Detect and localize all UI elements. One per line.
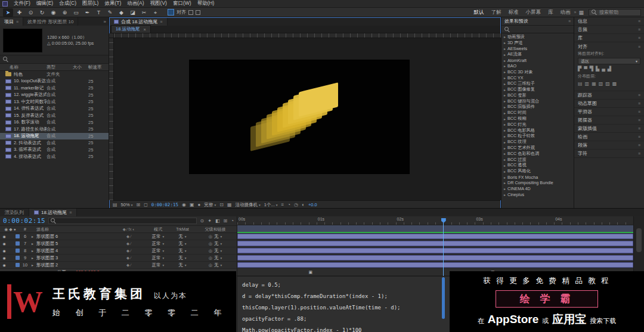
layer-switches[interactable]: ◆ ∕ bbox=[113, 241, 145, 246]
layer-duration-bar[interactable] bbox=[237, 241, 633, 246]
twirl-icon[interactable]: ▸ bbox=[30, 249, 35, 253]
menu-item[interactable]: 动画(A) bbox=[124, 0, 147, 7]
comp-viewer[interactable] bbox=[109, 33, 501, 200]
layer-duration-bar[interactable] bbox=[237, 262, 633, 268]
panel-tab[interactable]: 段落≡ bbox=[574, 141, 644, 150]
align-button-icon[interactable]: ▙ bbox=[596, 66, 599, 72]
distribute-button-icon[interactable]: ▤ bbox=[578, 81, 583, 86]
panel-tab[interactable]: 信息≡ bbox=[574, 17, 644, 26]
mask-visibility-icon[interactable]: ◻ bbox=[144, 202, 148, 207]
workspace-tab[interactable]: 了解 bbox=[488, 9, 505, 16]
blend-mode-select[interactable]: 正常 ▾ bbox=[145, 262, 171, 268]
current-time-display[interactable]: 0:00:02:15 bbox=[3, 217, 45, 225]
panel-menu-icon[interactable]: ≡ bbox=[69, 210, 72, 215]
effects-category[interactable]: ▸AESweets bbox=[501, 46, 574, 52]
align-target-select[interactable]: 选区 ▾ bbox=[578, 58, 640, 64]
eye-icon[interactable]: ◉ bbox=[0, 263, 8, 267]
parent-select[interactable]: ◎ 无 ▾ bbox=[194, 262, 237, 268]
align-button-icon[interactable]: ▜ bbox=[590, 66, 593, 72]
twirl-icon[interactable]: ▸ bbox=[30, 234, 35, 238]
help-search-input[interactable]: 搜索帮助 bbox=[589, 9, 641, 16]
type-tool[interactable]: T bbox=[94, 8, 104, 17]
effects-category[interactable]: ▸BCC 透视 bbox=[501, 163, 574, 169]
magnification-select[interactable]: 50% ▾ bbox=[121, 202, 133, 207]
panel-menu-icon[interactable]: ≡ bbox=[638, 27, 640, 32]
fast-preview-icon[interactable]: ◔ bbox=[287, 202, 290, 207]
workspace-tab[interactable]: 标准 bbox=[505, 9, 522, 16]
layer-switches[interactable]: ◆ ∕ bbox=[113, 256, 145, 260]
tab-project[interactable]: 项目≡ bbox=[0, 17, 23, 26]
resolution-select[interactable]: 完整 ▾ bbox=[204, 202, 216, 208]
snap-icon-b[interactable] bbox=[196, 10, 200, 15]
project-item[interactable]: 16. 数字滚动 合成 25 bbox=[0, 119, 109, 126]
workspace-tab[interactable]: 库 bbox=[544, 9, 557, 16]
menu-item[interactable]: 文件(F) bbox=[11, 0, 33, 7]
brush-tool[interactable]: ✎ bbox=[105, 8, 115, 17]
layer-switches[interactable]: ◆ ∕ bbox=[113, 234, 145, 239]
expression-marker-icon[interactable]: ▣ bbox=[309, 270, 313, 275]
grid-guides-icon[interactable]: ⊞ bbox=[136, 202, 140, 207]
axis-mode-icon[interactable] bbox=[168, 9, 174, 15]
workspace-tab[interactable]: 动画 bbox=[557, 9, 574, 16]
effects-search-input[interactable] bbox=[501, 26, 574, 33]
layer-name[interactable]: 形状图层 5 bbox=[35, 241, 113, 247]
panel-tab[interactable]: 字符≡ bbox=[574, 150, 644, 158]
layer-name[interactable]: 形状图层 6 bbox=[35, 234, 113, 240]
layer-row[interactable]: ◉ 6 ▸ 形状图层 6 ◆ ∕ 正常 ▾ 无 ▾ ◎ 无 ▾ bbox=[0, 233, 237, 240]
align-button-icon[interactable]: ▟ bbox=[608, 66, 611, 72]
effects-category[interactable]: ▸AE流体 bbox=[501, 51, 574, 57]
time-ruler[interactable]: 00s01s02s03s04s05s bbox=[237, 216, 633, 225]
region-of-interest-icon[interactable]: ⊡ bbox=[219, 202, 224, 207]
label-color-chip[interactable] bbox=[14, 241, 20, 246]
motion-blur-icon[interactable]: ◔ bbox=[231, 218, 234, 224]
menu-item[interactable]: 视图(V) bbox=[147, 0, 170, 7]
eye-icon[interactable]: ◉ bbox=[0, 256, 8, 260]
layer-duration-bar[interactable] bbox=[237, 234, 633, 239]
menu-item[interactable]: 效果(T) bbox=[101, 0, 124, 7]
effects-category[interactable]: ▸BCC 3D 对象 bbox=[501, 69, 574, 75]
workspace-tab[interactable]: 小屏幕 bbox=[522, 9, 545, 16]
camera-view-select[interactable]: 活动摄像机 ▾ bbox=[235, 202, 260, 208]
trkmat-select[interactable]: 无 ▾ bbox=[171, 262, 194, 268]
layer-switches[interactable]: ◆ ∕ bbox=[113, 249, 145, 253]
snap-icon-a[interactable] bbox=[188, 10, 193, 15]
effects-category[interactable]: ▸BCC 键控与混合 bbox=[501, 98, 574, 104]
playhead-extension[interactable] bbox=[442, 277, 445, 319]
panel-menu-icon[interactable]: ≡ bbox=[16, 20, 18, 24]
workspace-tab[interactable]: 默认 bbox=[470, 9, 488, 16]
pan-behind-tool[interactable]: ⊕ bbox=[60, 8, 70, 17]
label-color-chip[interactable] bbox=[14, 256, 20, 260]
panel-tab[interactable]: 音频≡ bbox=[574, 26, 644, 34]
layer-row[interactable]: ◉ 9 ▸ 形状图层 3 ◆ ∕ 正常 ▾ 无 ▾ ◎ 无 ▾ bbox=[0, 255, 237, 262]
eye-icon[interactable]: ◉ bbox=[0, 249, 8, 253]
hide-shy-layers-icon[interactable]: ◧ bbox=[215, 218, 220, 224]
parent-select[interactable]: ◎ 无 ▾ bbox=[194, 234, 237, 240]
distribute-button-icon[interactable]: ▩ bbox=[612, 81, 617, 86]
panel-tab[interactable]: 动态草图≡ bbox=[574, 100, 644, 108]
effects-category[interactable]: ▸3D 声道 bbox=[501, 40, 574, 46]
panel-menu-icon[interactable]: ≡ bbox=[638, 135, 640, 139]
layer-row[interactable]: ◉ 8 ▸ 形状图层 4 ◆ ∕ 正常 ▾ 无 ▾ ◎ 无 ▾ bbox=[0, 247, 237, 255]
panel-menu-icon[interactable]: ≡ bbox=[568, 19, 571, 23]
effects-category[interactable]: ▸CINEMA 4D bbox=[501, 186, 574, 192]
effects-category[interactable]: ▸BCC 变形 bbox=[501, 92, 574, 98]
trkmat-select[interactable]: 无 ▾ bbox=[171, 241, 194, 247]
tab-comp-timeline[interactable]: 18.运动拖尾 ≡ bbox=[29, 209, 77, 216]
project-item[interactable]: 13. 中文时间数字 合成 25 bbox=[0, 98, 109, 106]
panel-tab[interactable]: 跟踪器≡ bbox=[574, 91, 644, 100]
effects-category[interactable]: ▸Boris FX Mocha bbox=[501, 174, 574, 180]
camera-tool[interactable]: ◉ bbox=[48, 8, 58, 17]
distribute-button-icon[interactable]: ▦ bbox=[592, 81, 596, 86]
project-item[interactable]: 纯色 文件夹 bbox=[0, 71, 109, 78]
effects-category[interactable]: ▸动画预设 bbox=[501, 34, 574, 40]
blend-mode-select[interactable]: 正常 ▾ bbox=[145, 241, 171, 247]
layer-name[interactable]: 形状图层 2 bbox=[35, 262, 113, 268]
effects-category[interactable]: ▸AtomKraft bbox=[501, 57, 574, 63]
distribute-button-icon[interactable]: ▧ bbox=[599, 81, 603, 86]
comp-mini-flowchart-icon[interactable]: ⊙ bbox=[200, 218, 204, 224]
tab-overflow-icon[interactable]: » bbox=[101, 17, 109, 26]
pen-tool[interactable]: ✒ bbox=[82, 8, 92, 17]
panel-menu-icon[interactable]: ≡ bbox=[638, 19, 640, 23]
comp-mini-tab[interactable]: 18.运动拖尾 × bbox=[111, 25, 151, 33]
menu-item[interactable]: 图层(L) bbox=[79, 0, 101, 7]
